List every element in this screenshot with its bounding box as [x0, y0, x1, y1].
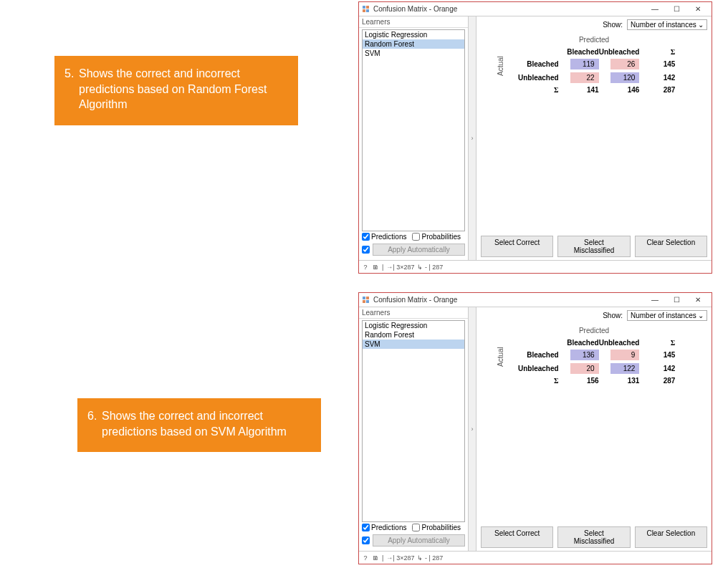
- status-bar: ? 🗎 | →| 3×287 ↳ - | 287: [359, 551, 712, 564]
- matrix-table[interactable]: Bleached Unbleached Σ Bleached 119 26 14…: [513, 47, 676, 95]
- col-sum-bleached: 156: [563, 375, 599, 386]
- probabilities-checkbox-label: Probabilities: [421, 524, 460, 531]
- learners-panel: Learners Logistic Regression Random Fore…: [359, 16, 468, 260]
- predictions-checkbox-label: Predictions: [371, 233, 406, 241]
- confusion-matrix-window-svm: Confusion Matrix - Orange — ☐ ✕ Learners…: [358, 292, 712, 564]
- confusion-matrix-window-rf: Confusion Matrix - Orange — ☐ ✕ Learners…: [358, 1, 712, 274]
- row-sum-unbleached: 142: [639, 71, 675, 85]
- learners-header: Learners: [359, 16, 468, 28]
- show-dropdown-value: Number of instances: [631, 312, 696, 319]
- status-input: →| 3×287: [386, 554, 414, 562]
- probabilities-checkbox-input[interactable]: [412, 233, 420, 241]
- show-dropdown[interactable]: Number of instances ⌄: [627, 310, 707, 321]
- cell-fn-bleached[interactable]: 9: [610, 350, 639, 360]
- svg-rect-2: [363, 9, 365, 12]
- show-dropdown[interactable]: Number of instances ⌄: [627, 19, 707, 30]
- clear-selection-button[interactable]: Clear Selection: [635, 236, 707, 257]
- probabilities-checkbox[interactable]: Probabilities: [412, 524, 460, 531]
- collapse-toggle[interactable]: ›: [468, 16, 476, 260]
- predictions-checkbox[interactable]: Predictions: [362, 233, 406, 241]
- chevron-down-icon: ⌄: [698, 21, 704, 29]
- probabilities-checkbox-input[interactable]: [412, 524, 420, 531]
- col-sum-bleached: 141: [563, 85, 599, 95]
- svg-rect-3: [366, 9, 369, 12]
- select-misclassified-button[interactable]: Select Misclassified: [557, 526, 630, 548]
- status-output: ↳ - | 287: [417, 554, 443, 562]
- svg-rect-5: [366, 297, 369, 299]
- cell-fp-unbleached[interactable]: 20: [570, 363, 599, 374]
- close-button[interactable]: ✕: [687, 3, 709, 16]
- actual-axis-label: Actual: [497, 347, 504, 367]
- show-dropdown-value: Number of instances: [631, 21, 696, 29]
- cell-tp-bleached[interactable]: 136: [570, 350, 599, 360]
- learner-item-randomforest[interactable]: Random Forest: [363, 39, 464, 49]
- window-title: Confusion Matrix - Orange: [373, 5, 457, 13]
- learner-item-svm[interactable]: SVM: [363, 49, 464, 58]
- row-header-unbleached: Unbleached: [513, 362, 563, 375]
- chevron-right-icon: ›: [471, 425, 474, 433]
- row-header-sum: Σ: [513, 85, 563, 95]
- show-label: Show:: [603, 312, 623, 319]
- auto-apply-checkbox[interactable]: [362, 246, 370, 254]
- report-icon[interactable]: 🗎: [372, 554, 379, 562]
- cell-fp-unbleached[interactable]: 22: [570, 72, 599, 83]
- row-sum-unbleached: 142: [639, 362, 675, 375]
- window-title: Confusion Matrix - Orange: [373, 296, 457, 304]
- cell-tp-bleached[interactable]: 119: [570, 59, 599, 69]
- predictions-checkbox-label: Predictions: [371, 524, 406, 531]
- titlebar[interactable]: Confusion Matrix - Orange — ☐ ✕: [359, 2, 712, 16]
- clear-selection-button[interactable]: Clear Selection: [635, 526, 707, 548]
- callout-text: Shows the correct and incorrect predicti…: [79, 67, 267, 110]
- predictions-checkbox-input[interactable]: [362, 524, 370, 531]
- total-sum: 287: [639, 85, 675, 95]
- probabilities-checkbox[interactable]: Probabilities: [412, 233, 460, 241]
- titlebar[interactable]: Confusion Matrix - Orange — ☐ ✕: [359, 293, 712, 307]
- select-correct-button[interactable]: Select Correct: [481, 526, 553, 548]
- report-icon[interactable]: 🗎: [372, 264, 379, 271]
- total-sum: 287: [639, 375, 675, 386]
- predictions-checkbox[interactable]: Predictions: [362, 524, 406, 531]
- learner-item-logistic[interactable]: Logistic Regression: [363, 321, 464, 330]
- status-input: →| 3×287: [386, 264, 414, 271]
- learner-item-svm[interactable]: SVM: [363, 340, 464, 349]
- learner-item-randomforest[interactable]: Random Forest: [363, 330, 464, 340]
- row-header-sum: Σ: [513, 375, 563, 386]
- svg-rect-0: [363, 6, 365, 9]
- app-icon: [362, 296, 370, 304]
- col-header-unbleached: Unbleached: [599, 47, 640, 57]
- help-icon[interactable]: ?: [362, 264, 369, 271]
- maximize-button[interactable]: ☐: [666, 294, 687, 307]
- callout-number: 5.: [64, 66, 74, 82]
- col-header-sum: Σ: [639, 337, 675, 348]
- learners-list[interactable]: Logistic Regression Random Forest SVM: [362, 320, 465, 522]
- svg-rect-4: [363, 297, 365, 299]
- row-header-bleached: Bleached: [513, 348, 563, 362]
- callout-text: Shows the correct and incorrect predicti…: [102, 410, 287, 438]
- callout-rf: 5. Shows the correct and incorrect predi…: [54, 56, 298, 125]
- cell-tn-unbleached[interactable]: 122: [610, 363, 639, 374]
- maximize-button[interactable]: ☐: [666, 3, 687, 16]
- help-icon[interactable]: ?: [362, 554, 369, 562]
- matrix-table[interactable]: Bleached Unbleached Σ Bleached 136 9 145…: [513, 337, 676, 386]
- learners-list[interactable]: Logistic Regression Random Forest SVM: [362, 29, 465, 231]
- cell-tn-unbleached[interactable]: 120: [610, 72, 639, 83]
- row-sum-bleached: 145: [639, 348, 675, 362]
- learners-panel: Learners Logistic Regression Random Fore…: [359, 307, 468, 551]
- minimize-button[interactable]: —: [644, 294, 666, 307]
- learner-item-logistic[interactable]: Logistic Regression: [363, 30, 464, 39]
- cell-fn-bleached[interactable]: 26: [610, 59, 639, 69]
- select-correct-button[interactable]: Select Correct: [481, 236, 553, 257]
- predictions-checkbox-input[interactable]: [362, 233, 370, 241]
- close-button[interactable]: ✕: [687, 294, 709, 307]
- actual-axis-label: Actual: [497, 56, 504, 76]
- col-header-sum: Σ: [639, 47, 675, 57]
- apply-button[interactable]: Apply Automatically: [373, 244, 465, 256]
- minimize-button[interactable]: —: [644, 3, 666, 16]
- svg-rect-6: [363, 300, 365, 303]
- show-label: Show:: [603, 21, 623, 29]
- select-misclassified-button[interactable]: Select Misclassified: [557, 236, 630, 257]
- confusion-matrix: Actual Predicted Bleached Unbleached Σ B…: [476, 324, 712, 524]
- apply-button[interactable]: Apply Automatically: [373, 534, 465, 547]
- auto-apply-checkbox[interactable]: [362, 536, 370, 544]
- collapse-toggle[interactable]: ›: [468, 307, 476, 551]
